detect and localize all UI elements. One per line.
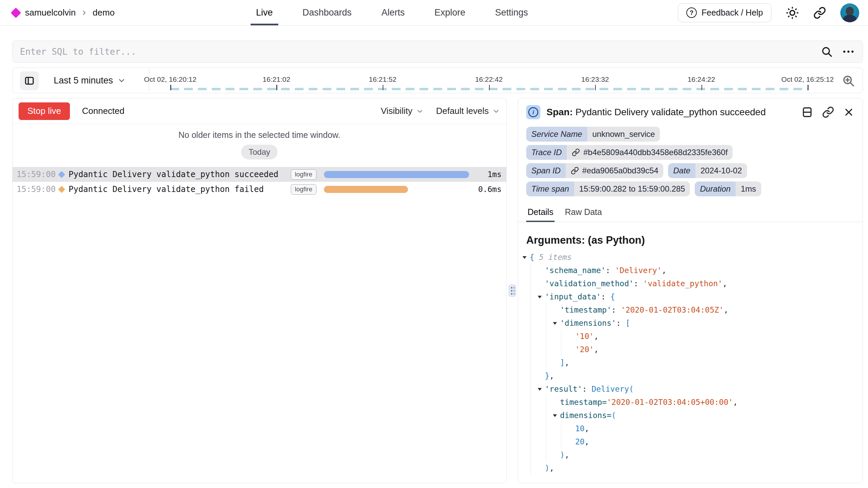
main-content: Stop live Connected Visibility Default l… — [12, 98, 863, 483]
logfire-live-page: samuelcolvin demo LiveDashboardsAlertsEx… — [0, 0, 868, 488]
code-text: 10, — [521, 424, 589, 433]
indent-guide — [546, 316, 546, 330]
span-detail-panel: i Span:Pydantic Delivery validate_python… — [518, 98, 863, 483]
search-icon[interactable] — [821, 46, 833, 58]
indent-guide — [531, 277, 531, 290]
badge-value-text: unknown_service — [592, 129, 655, 139]
code-line: dimensions=( — [521, 409, 859, 422]
badge-value-text: 2024-10-02 — [700, 166, 742, 175]
timeline-zoom-button[interactable] — [842, 74, 855, 88]
user-avatar[interactable] — [840, 3, 859, 22]
collapse-chevron-icon[interactable] — [538, 296, 542, 298]
collapse-chevron-icon[interactable] — [522, 256, 527, 259]
code-line: 'result': Delivery( — [521, 382, 859, 395]
badge-value-text: #eda9065a0bd39c54 — [582, 166, 659, 175]
logfire-logo-icon[interactable] — [10, 7, 21, 18]
tab-details[interactable]: Details — [526, 204, 555, 222]
diamond-icon — [58, 186, 65, 193]
indent-guide — [561, 343, 561, 356]
tab-raw-data[interactable]: Raw Data — [563, 204, 603, 222]
layout-panel-icon[interactable] — [801, 106, 813, 118]
breadcrumb-org[interactable]: samuelcolvin — [25, 7, 76, 18]
badge-label: Trace ID — [526, 145, 567, 160]
indent-guide — [531, 382, 531, 395]
span-attr-badge: Span ID#eda9065a0bd39c54 — [526, 163, 663, 178]
code-line: '20', — [521, 343, 859, 356]
code-line: '10', — [521, 330, 859, 343]
time-range-select[interactable]: Last 5 minutes — [54, 68, 125, 93]
nav-item-settings[interactable]: Settings — [490, 0, 534, 25]
code-line: ], — [521, 356, 859, 369]
badge-label: Span ID — [526, 163, 566, 178]
tick-mark — [808, 85, 809, 90]
zoom-in-icon — [842, 74, 855, 88]
badge-label: Duration — [695, 181, 736, 196]
collapse-chevron-icon[interactable] — [538, 388, 542, 391]
badge-label: Date — [668, 163, 695, 178]
visibility-dropdown[interactable]: Visibility — [381, 106, 423, 116]
code-line: ), — [521, 461, 859, 474]
sidebar-toggle-button[interactable] — [20, 71, 39, 90]
duration-label: 0.6ms — [469, 185, 502, 194]
indent-guide — [531, 409, 531, 422]
link-icon[interactable] — [572, 148, 580, 156]
code-text: 'timestamp': '2020-01-02T03:04:05Z', — [521, 306, 729, 314]
indent-guide — [561, 422, 561, 435]
code-text: 'validation_method': 'validate_python', — [521, 279, 727, 288]
arguments-heading: Arguments: (as Python) — [518, 222, 863, 248]
today-button[interactable]: Today — [241, 145, 278, 160]
code-line: 'dimensions': [ — [521, 316, 859, 330]
more-options-icon[interactable]: ••• — [843, 48, 855, 56]
feedback-help-button[interactable]: ? Feedback / Help — [678, 3, 771, 22]
share-link-button[interactable] — [813, 6, 826, 19]
breadcrumb-project[interactable]: demo — [93, 7, 114, 18]
question-circle-icon: ? — [686, 7, 697, 18]
tick-mark — [383, 85, 384, 90]
collapse-chevron-icon[interactable] — [553, 322, 557, 325]
sql-filter-bar: ••• — [12, 41, 863, 63]
panel-splitter[interactable] — [507, 98, 518, 483]
live-feed-header: Stop live Connected Visibility Default l… — [12, 98, 506, 124]
duration-label: 1ms — [469, 170, 502, 179]
code-text: '20', — [521, 345, 598, 354]
span-title: Span:Pydantic Delivery validate_python s… — [546, 107, 766, 118]
empty-state-message: No older items in the selected time wind… — [12, 130, 506, 140]
tick-label: 16:21:02 — [263, 75, 290, 83]
log-row[interactable]: 15:59:00Pydantic Delivery validate_pytho… — [12, 182, 506, 197]
scope-tag: logfire — [291, 169, 316, 180]
copy-link-icon[interactable] — [822, 106, 834, 118]
log-row[interactable]: 15:59:00Pydantic Delivery validate_pytho… — [12, 167, 506, 182]
splitter-grip-icon[interactable] — [509, 285, 516, 297]
indent-guide — [531, 303, 531, 316]
nav-item-explore[interactable]: Explore — [429, 0, 471, 25]
connection-status: Connected — [82, 106, 125, 116]
default-levels-dropdown[interactable]: Default levels — [436, 106, 500, 116]
tick-mark — [276, 85, 277, 90]
time-range-label: Last 5 minutes — [54, 75, 113, 86]
indent-guide — [546, 330, 546, 343]
code-text: '10', — [521, 332, 598, 341]
code-line: timestamp='2020-01-02T03:04:05+00:00', — [521, 395, 859, 409]
log-level-icon — [54, 187, 69, 192]
nav-item-live[interactable]: Live — [251, 0, 278, 25]
collapse-chevron-icon[interactable] — [553, 414, 557, 417]
timeline[interactable]: Oct 02, 16:20:1216:21:0216:21:5216:22:42… — [170, 68, 808, 93]
theme-toggle-button[interactable] — [786, 6, 799, 20]
code-text: dimensions=( — [521, 411, 616, 420]
indent-guide — [561, 435, 561, 448]
nav-item-alerts[interactable]: Alerts — [376, 0, 410, 25]
span-attr-badge: Duration1ms — [695, 181, 761, 196]
log-timestamp: 15:59:00 — [17, 185, 54, 194]
close-icon[interactable] — [843, 106, 854, 118]
link-icon[interactable] — [571, 167, 579, 175]
span-attr-badge: Date2024-10-02 — [668, 163, 747, 178]
code-line: 10, — [521, 422, 859, 435]
indent-guide — [531, 316, 531, 330]
tick-mark — [489, 85, 490, 90]
nav-item-dashboards[interactable]: Dashboards — [297, 0, 357, 25]
tick-label: Oct 02, 16:20:12 — [144, 75, 196, 83]
indent-guide — [546, 343, 546, 356]
badge-value-text: 15:59:00.282 to 15:59:00.285 — [579, 184, 685, 194]
sql-filter-input[interactable] — [20, 47, 821, 57]
stop-live-button[interactable]: Stop live — [19, 102, 70, 120]
